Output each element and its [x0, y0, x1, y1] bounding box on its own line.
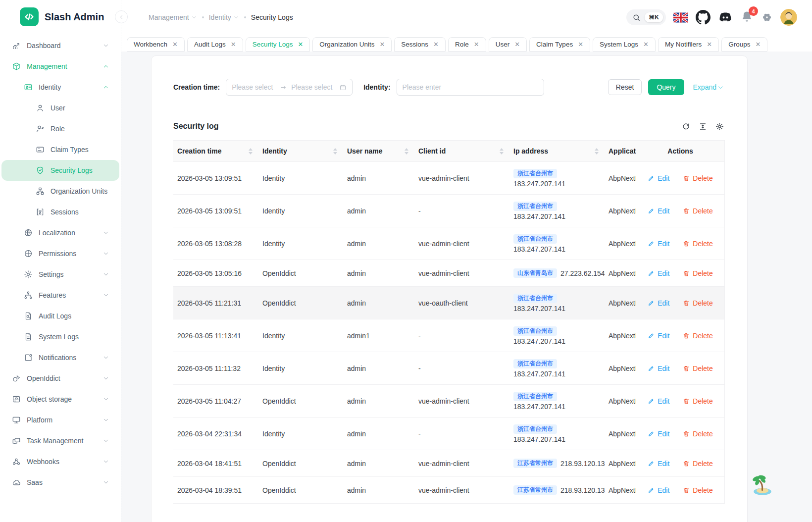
delete-button[interactable]: Delete	[683, 430, 712, 438]
github-icon[interactable]	[696, 10, 710, 25]
tab-my-notifilers[interactable]: My Notifilers✕	[658, 37, 719, 52]
close-icon[interactable]: ✕	[755, 41, 761, 48]
avatar[interactable]	[780, 9, 797, 26]
edit-button[interactable]: Edit	[648, 299, 669, 307]
sidebar-item-features[interactable]: Features	[1, 285, 119, 306]
column-header-creation-time[interactable]: Creation time	[173, 141, 258, 161]
creation-time-range-picker[interactable]: Please select Please select	[226, 79, 353, 96]
close-icon[interactable]: ✕	[231, 41, 236, 48]
refresh-icon[interactable]	[682, 122, 690, 131]
tab-groups[interactable]: Groups✕	[721, 37, 767, 52]
close-icon[interactable]: ✕	[514, 41, 520, 48]
close-icon[interactable]: ✕	[578, 41, 583, 48]
column-header-client-id[interactable]: Client id	[414, 141, 509, 161]
delete-button[interactable]: Delete	[683, 240, 712, 248]
breadcrumb-management[interactable]: Management	[149, 13, 197, 21]
discord-icon[interactable]	[718, 10, 733, 25]
ip-location-pill: 浙江省台州市	[513, 326, 557, 336]
logo-icon	[20, 7, 39, 26]
column-header-ip-address[interactable]: Ip address	[509, 141, 605, 161]
close-icon[interactable]: ✕	[474, 41, 479, 48]
app-logo[interactable]: Slash Admin	[0, 0, 121, 33]
sidebar-item-permissions[interactable]: Permissions	[1, 243, 119, 264]
language-uk-flag[interactable]	[673, 12, 688, 23]
edit-button[interactable]: Edit	[648, 397, 669, 405]
sidebar-item-localization[interactable]: Localization	[1, 222, 119, 243]
sidebar-item-management[interactable]: Management	[1, 56, 119, 77]
delete-button[interactable]: Delete	[683, 397, 712, 405]
cell-actions: EditDelete	[636, 260, 725, 286]
sidebar-item-webhooks[interactable]: Webhooks	[1, 451, 119, 472]
close-icon[interactable]: ✕	[298, 41, 303, 48]
island-sticker[interactable]	[751, 472, 774, 496]
edit-button[interactable]: Edit	[648, 365, 669, 372]
delete-button[interactable]: Delete	[683, 174, 712, 182]
tab-security-logs[interactable]: Security Logs✕	[246, 37, 310, 52]
settings-icon[interactable]	[761, 11, 773, 23]
delete-button[interactable]: Delete	[683, 332, 712, 340]
sidebar-item-object-storage[interactable]: Object storage	[1, 389, 119, 410]
query-button[interactable]: Query	[648, 79, 684, 95]
delete-button[interactable]: Delete	[683, 486, 712, 494]
breadcrumb-identity[interactable]: Identity	[209, 13, 239, 21]
delete-button[interactable]: Delete	[683, 269, 712, 277]
edit-button[interactable]: Edit	[648, 430, 669, 438]
sidebar-item-role[interactable]: Role	[1, 118, 119, 139]
edit-button[interactable]: Edit	[648, 460, 669, 468]
column-header-user-name[interactable]: User name	[343, 141, 414, 161]
edit-button[interactable]: Edit	[648, 332, 669, 340]
edit-button[interactable]: Edit	[648, 174, 669, 182]
gear-icon[interactable]	[715, 122, 724, 131]
sidebar-item-claim-types[interactable]: Claim Types	[1, 139, 119, 160]
delete-button[interactable]: Delete	[683, 207, 712, 215]
ip-location-pill: 浙江省台州市	[513, 424, 557, 434]
tab-claim-types[interactable]: Claim Types✕	[529, 37, 590, 52]
sidebar-item-settings[interactable]: Settings	[1, 264, 119, 285]
delete-button[interactable]: Delete	[683, 299, 712, 307]
reset-button[interactable]: Reset	[608, 79, 642, 95]
column-header-identity[interactable]: Identity	[258, 141, 343, 161]
sidebar-item-platform[interactable]: Platform	[1, 410, 119, 430]
sidebar-item-sessions[interactable]: Sessions	[1, 202, 119, 222]
search-button[interactable]: ⌘K	[626, 9, 666, 25]
tab-system-logs[interactable]: System Logs✕	[593, 37, 656, 52]
edit-button[interactable]: Edit	[648, 486, 669, 494]
identity-input[interactable]	[397, 79, 544, 96]
notifications-button[interactable]: 4	[740, 10, 754, 25]
delete-button[interactable]: Delete	[683, 460, 712, 468]
sidebar-item-identity[interactable]: Identity	[1, 77, 119, 98]
delete-button[interactable]: Delete	[683, 365, 712, 372]
tab-organization-units[interactable]: Organization Units✕	[312, 37, 392, 52]
tab-audit-logs[interactable]: Audit Logs✕	[187, 37, 243, 52]
column-height-icon[interactable]	[699, 122, 707, 131]
edit-button[interactable]: Edit	[648, 207, 669, 215]
edit-button[interactable]: Edit	[648, 240, 669, 248]
sidebar-item-saas[interactable]: Saas	[1, 472, 119, 493]
sidebar-item-dashboard[interactable]: Dashboard	[1, 35, 119, 56]
sidebar-item-label: Audit Logs	[39, 312, 71, 320]
close-icon[interactable]: ✕	[643, 41, 649, 48]
ip-value: 218.93.120.130	[560, 460, 605, 468]
sidebar-item-audit-logs[interactable]: Audit Logs	[1, 306, 119, 326]
close-icon[interactable]: ✕	[707, 41, 712, 48]
sidebar-item-openiddict[interactable]: OpenIddict	[1, 368, 119, 389]
sidebar-item-organization-units[interactable]: Organization Units	[1, 181, 119, 202]
sidebar-collapse-button[interactable]	[115, 10, 128, 23]
sidebar-item-task-management[interactable]: Task Management	[1, 430, 119, 451]
tab-workbench[interactable]: Workbench✕	[127, 37, 185, 52]
sidebar-item-system-logs[interactable]: System Logs	[1, 326, 119, 347]
tab-sessions[interactable]: Sessions✕	[394, 37, 446, 52]
expand-link[interactable]: Expand	[693, 83, 724, 91]
edit-button[interactable]: Edit	[648, 269, 669, 277]
tab-user[interactable]: User✕	[489, 37, 527, 52]
sidebar-item-notifications[interactable]: Notifications	[1, 347, 119, 368]
sidebar-item-security-logs[interactable]: Security Logs	[1, 160, 119, 181]
close-icon[interactable]: ✕	[172, 41, 178, 48]
chevron-down-icon	[191, 14, 197, 20]
sidebar-item-user[interactable]: User	[1, 98, 119, 118]
close-icon[interactable]: ✕	[379, 41, 385, 48]
edit-icon	[648, 332, 655, 339]
close-icon[interactable]: ✕	[433, 41, 439, 48]
tab-role[interactable]: Role✕	[448, 37, 486, 52]
breadcrumb-separator	[244, 16, 246, 18]
